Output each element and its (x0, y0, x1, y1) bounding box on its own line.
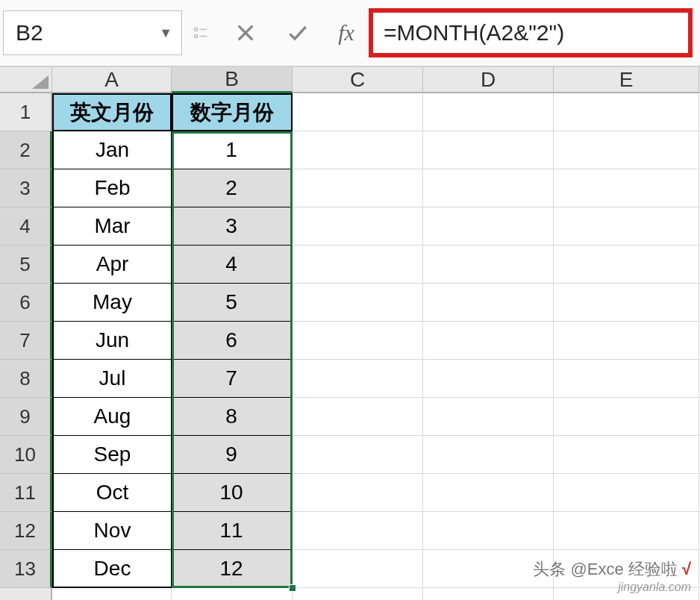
cell-A1[interactable]: 英文月份 (52, 93, 172, 131)
cell-B13[interactable]: 12 (172, 550, 293, 588)
cell-E6[interactable] (554, 284, 699, 322)
row-header-1[interactable]: 1 (0, 93, 52, 131)
cell-C7[interactable] (293, 322, 423, 360)
row-header-3[interactable]: 3 (0, 169, 52, 207)
row-header-9[interactable]: 9 (0, 398, 52, 436)
row-header-11[interactable]: 11 (0, 474, 52, 512)
dropdown-icon[interactable]: ▼ (159, 25, 172, 41)
col-header-E[interactable]: E (554, 67, 699, 93)
cell-C14[interactable] (293, 588, 423, 600)
cell-C3[interactable] (293, 169, 423, 207)
row-header-13[interactable]: 13 (0, 550, 52, 588)
formula-input[interactable]: =MONTH(A2&"2") (369, 8, 693, 57)
cell-E8[interactable] (554, 360, 699, 398)
cell-A2[interactable]: Jan (52, 131, 172, 169)
row-header-8[interactable]: 8 (0, 360, 52, 398)
cell-B1[interactable]: 数字月份 (172, 93, 293, 131)
cell-E3[interactable] (554, 169, 699, 207)
row-header-5[interactable]: 5 (0, 246, 52, 284)
cell-C10[interactable] (293, 436, 423, 474)
cell-B8[interactable]: 7 (172, 360, 293, 398)
cell-B9[interactable]: 8 (172, 398, 293, 436)
cell-B11[interactable]: 10 (172, 474, 293, 512)
cell-E9[interactable] (554, 398, 699, 436)
cell-D2[interactable] (423, 131, 554, 169)
cell-C9[interactable] (293, 398, 423, 436)
row-header-12[interactable]: 12 (0, 512, 52, 550)
cell-B5[interactable]: 4 (172, 246, 293, 284)
cell-C12[interactable] (293, 512, 423, 550)
row-header-14[interactable]: 14 (0, 588, 52, 600)
col-header-A[interactable]: A (52, 67, 172, 93)
fill-handle[interactable] (289, 584, 296, 592)
table-row: 10 Sep 9 (0, 436, 700, 474)
cell-C4[interactable] (293, 207, 423, 246)
cell-A4[interactable]: Mar (52, 207, 172, 246)
cell-A8[interactable]: Jul (52, 360, 172, 398)
cell-A12[interactable]: Nov (52, 512, 172, 550)
col-header-B[interactable]: B (172, 67, 293, 93)
cell-D9[interactable] (423, 398, 554, 436)
select-all-corner[interactable] (0, 67, 52, 93)
cell-D8[interactable] (423, 360, 554, 398)
cell-D10[interactable] (423, 436, 554, 474)
cell-C11[interactable] (293, 474, 423, 512)
row-header-6[interactable]: 6 (0, 284, 52, 322)
cell-C5[interactable] (293, 246, 423, 284)
cell-B14[interactable] (172, 588, 293, 600)
row-header-2[interactable]: 2 (0, 131, 52, 169)
cell-B3[interactable]: 2 (172, 169, 293, 207)
cell-C1[interactable] (293, 93, 423, 131)
watermark-text: 头条 @Exce 经验啦 (533, 560, 677, 578)
cell-D3[interactable] (423, 169, 554, 207)
cell-D6[interactable] (423, 284, 554, 322)
table-row: 8 Jul 7 (0, 360, 700, 398)
cell-D1[interactable] (423, 93, 554, 131)
cell-C6[interactable] (293, 284, 423, 322)
cell-C13[interactable] (293, 550, 423, 588)
fx-label[interactable]: fx (324, 20, 369, 46)
cell-A5[interactable]: Apr (52, 246, 172, 284)
col-header-C[interactable]: C (293, 67, 423, 93)
row-header-7[interactable]: 7 (0, 322, 52, 360)
cell-D7[interactable] (423, 322, 554, 360)
cell-D11[interactable] (423, 474, 554, 512)
cell-B4[interactable]: 3 (172, 207, 293, 246)
name-box[interactable]: B2 ▼ (3, 10, 182, 55)
cell-E5[interactable] (554, 246, 699, 284)
cell-B2[interactable]: 1 (172, 131, 293, 169)
cell-B12[interactable]: 11 (172, 512, 293, 550)
cell-E11[interactable] (554, 474, 699, 512)
cell-A3[interactable]: Feb (52, 169, 172, 207)
cell-A11[interactable]: Oct (52, 474, 172, 512)
formula-tools: fx (182, 10, 369, 55)
cell-D4[interactable] (423, 207, 554, 246)
table-row: 11 Oct 10 (0, 474, 700, 512)
cell-D5[interactable] (423, 246, 554, 284)
cell-C8[interactable] (293, 360, 423, 398)
cell-E12[interactable] (554, 512, 699, 550)
cancel-icon[interactable] (219, 10, 272, 55)
col-header-D[interactable]: D (423, 67, 554, 93)
expand-icon[interactable] (182, 10, 219, 55)
cell-A6[interactable]: May (52, 284, 172, 322)
cell-E4[interactable] (554, 207, 699, 246)
confirm-icon[interactable] (272, 10, 324, 55)
cell-A10[interactable]: Sep (52, 436, 172, 474)
cell-A9[interactable]: Aug (52, 398, 172, 436)
cell-B6[interactable]: 5 (172, 284, 293, 322)
cell-E1[interactable] (554, 93, 699, 131)
cell-A13[interactable]: Dec (52, 550, 172, 588)
cell-A7[interactable]: Jun (52, 322, 172, 360)
cell-B7[interactable]: 6 (172, 322, 293, 360)
cell-E10[interactable] (554, 436, 699, 474)
row-header-10[interactable]: 10 (0, 436, 52, 474)
formula-bar: B2 ▼ fx =MONTH(A2&"2") (0, 0, 700, 67)
row-header-4[interactable]: 4 (0, 207, 52, 246)
cell-E7[interactable] (554, 322, 699, 360)
cell-B10[interactable]: 9 (172, 436, 293, 474)
cell-A14[interactable] (52, 588, 172, 600)
cell-E2[interactable] (554, 131, 699, 169)
cell-D12[interactable] (423, 512, 554, 550)
cell-C2[interactable] (293, 131, 423, 169)
